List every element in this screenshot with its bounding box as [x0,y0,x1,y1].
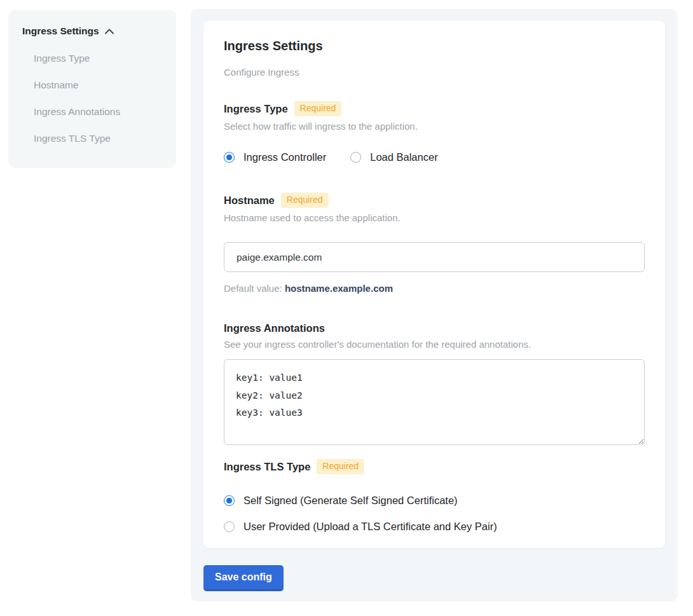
ingress-settings-card: Ingress Settings Configure Ingress Ingre… [203,21,665,548]
sidebar-item-ingress-tls-type[interactable]: Ingress TLS Type [22,133,162,144]
settings-sidebar: Ingress Settings Ingress Type Hostname I… [8,10,176,168]
radio-option-label: User Provided (Upload a TLS Certificate … [244,521,497,533]
save-config-button[interactable]: Save config [203,565,284,591]
hostname-help: Hostname used to access the application. [224,212,645,223]
ingress-type-help: Select how traffic will ingress to the a… [224,121,645,132]
radio-option-load-balancer[interactable]: Load Balancer [350,151,437,163]
required-badge: Required [317,459,364,474]
default-value-label: Default value: [224,283,282,294]
sidebar-item-ingress-type[interactable]: Ingress Type [22,53,162,64]
sidebar-item-hostname[interactable]: Hostname [22,79,162,91]
ingress-type-radio-group: Ingress Controller Load Balancer [224,151,645,163]
radio-selected-icon[interactable] [224,495,235,506]
annotations-textarea[interactable]: key1: value1 key2: value2 key3: value3 [224,359,645,445]
annotations-section-header: Ingress Annotations [224,322,645,334]
sidebar-group-ingress-settings[interactable]: Ingress Settings [22,25,162,37]
tls-type-section-header: Ingress TLS Type Required [224,459,645,474]
sidebar-group-label: Ingress Settings [22,25,99,37]
tls-type-radio-group: Self Signed (Generate Self Signed Certif… [224,495,645,533]
tls-type-label: Ingress TLS Type [224,461,310,473]
required-badge: Required [281,193,329,208]
chevron-up-icon[interactable] [105,25,114,37]
hostname-input[interactable] [224,242,645,272]
default-value-text: hostname.example.com [285,283,393,294]
page-subtitle: Configure Ingress [224,67,645,78]
sidebar-item-ingress-annotations[interactable]: Ingress Annotations [22,106,162,118]
required-badge: Required [294,101,342,116]
ingress-type-section-header: Ingress Type Required [224,101,645,116]
radio-unselected-icon[interactable] [350,152,361,163]
hostname-label: Hostname [224,195,275,207]
radio-option-ingress-controller[interactable]: Ingress Controller [224,151,326,163]
radio-option-self-signed[interactable]: Self Signed (Generate Self Signed Certif… [224,495,645,507]
radio-option-label: Ingress Controller [244,151,326,163]
sidebar-item-list: Ingress Type Hostname Ingress Annotation… [22,53,162,144]
radio-option-label: Self Signed (Generate Self Signed Certif… [244,495,458,507]
annotations-label: Ingress Annotations [224,322,325,334]
radio-selected-icon[interactable] [224,152,235,163]
hostname-default-line: Default value: hostname.example.com [224,283,645,294]
radio-option-user-provided[interactable]: User Provided (Upload a TLS Certificate … [224,521,645,533]
hostname-section-header: Hostname Required [224,193,645,208]
settings-panel: Ingress Settings Configure Ingress Ingre… [191,9,678,601]
ingress-type-label: Ingress Type [224,103,288,115]
radio-unselected-icon[interactable] [224,521,235,532]
radio-option-label: Load Balancer [370,151,437,163]
page-title: Ingress Settings [224,39,645,53]
annotations-help: See your ingress controller's documentat… [224,339,645,350]
